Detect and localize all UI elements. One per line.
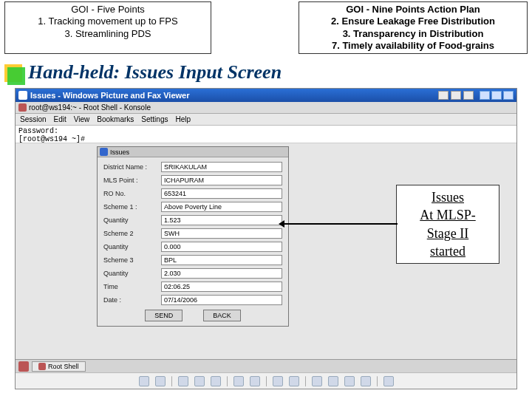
save-icon[interactable] <box>344 376 355 386</box>
rotate-ccw-icon[interactable] <box>273 376 283 386</box>
goi-five-points-box: GOI - Five Points 1. Tracking movement u… <box>4 1 211 54</box>
menu-bookmarks[interactable]: Bookmarks <box>97 115 134 123</box>
slideshow-icon[interactable] <box>211 376 221 386</box>
maximize-button[interactable] <box>491 91 502 100</box>
shell-icon <box>38 363 46 370</box>
kmenu-icon[interactable] <box>18 361 29 372</box>
konsole-titlebar: root@ws194:~ - Root Shell - Konsole <box>16 102 516 114</box>
separator-icon <box>377 376 378 386</box>
konsole-title-text: root@ws194:~ - Root Shell - Konsole <box>29 103 151 112</box>
arrow-icon <box>281 223 398 225</box>
menu-help[interactable]: Help <box>175 115 191 123</box>
text-line: 3. Transparency in Distribution <box>304 28 522 40</box>
actual-icon[interactable] <box>194 376 205 386</box>
input-scheme3[interactable]: BPL <box>161 255 282 265</box>
top-info-row: GOI - Five Points 1. Tracking movement u… <box>0 0 532 55</box>
issues-form-window: Issues District Name :SRIKAKULAM MLS Poi… <box>97 146 289 327</box>
label-rono: RO No. <box>103 190 161 197</box>
terminal-output: Password: [root@ws194 ~]# <box>16 126 516 143</box>
separator-icon <box>171 376 172 386</box>
label-time: Time <box>103 283 161 290</box>
tool-icon[interactable] <box>438 91 449 100</box>
bullet-icon <box>4 64 22 82</box>
zoomout-icon[interactable] <box>250 376 260 386</box>
separator-icon <box>227 376 228 386</box>
input-qty2[interactable]: 0.000 <box>161 242 282 252</box>
next-icon[interactable] <box>155 376 166 386</box>
label-qty1: Quantity <box>103 216 161 224</box>
form-icon <box>100 148 108 156</box>
input-time[interactable]: 02:06.25 <box>161 282 282 292</box>
input-scheme1[interactable]: Above Poverty Line <box>161 202 282 212</box>
input-mlspoint[interactable]: ICHAPURAM <box>161 175 282 185</box>
menu-settings[interactable]: Settings <box>141 115 168 123</box>
zoomin-icon[interactable] <box>233 376 244 386</box>
text-line: 7. Timely availability of Food-grains <box>304 40 522 52</box>
callout-box: Issues At MLSP- Stage II started <box>396 185 499 264</box>
label-qty2: Quantity <box>103 243 161 250</box>
separator-icon <box>266 376 267 386</box>
title-text: Hand-held: Issues Input Screen <box>28 61 282 83</box>
input-scheme2[interactable]: SWH <box>161 228 282 239</box>
menu-edit[interactable]: Edit <box>54 115 66 123</box>
terminal-line: [root@ws194 ~]# <box>18 135 514 143</box>
rotate-cw-icon[interactable] <box>289 376 299 386</box>
callout-line: started <box>401 242 494 260</box>
tool-icon[interactable] <box>463 91 474 100</box>
tool-icon[interactable] <box>451 91 461 100</box>
minimize-button[interactable] <box>480 91 490 100</box>
prev-icon[interactable] <box>139 376 149 386</box>
label-mlspoint: MLS Point : <box>103 177 161 184</box>
separator-icon <box>305 376 306 386</box>
send-button[interactable]: SEND <box>145 310 183 321</box>
kde-taskbar: Root Shell <box>16 359 516 372</box>
input-qty1[interactable]: 1.523 <box>161 215 282 225</box>
label-scheme1: Scheme 1 : <box>103 203 161 211</box>
input-district[interactable]: SRIKAKULAM <box>161 162 282 172</box>
text-line: 3. Streamlining PDS <box>10 28 206 40</box>
konsole-menubar: Session Edit View Bookmarks Settings Hel… <box>16 114 516 126</box>
open-icon[interactable] <box>361 376 371 386</box>
input-qty3[interactable]: 2.030 <box>161 268 282 279</box>
label-scheme2: Scheme 2 <box>103 230 161 237</box>
menu-session[interactable]: Session <box>20 115 47 123</box>
viewer-toolbar <box>16 372 516 389</box>
label-qty3: Quantity <box>103 270 161 277</box>
form-title-text: Issues <box>110 149 129 156</box>
taskbar-label: Root Shell <box>48 363 79 370</box>
input-date[interactable]: 07/14/2006 <box>161 295 282 305</box>
close-button[interactable] <box>503 91 514 100</box>
help-icon[interactable] <box>383 376 394 386</box>
viewer-titlebar: Issues - Windows Picture and Fax Viewer <box>16 89 516 102</box>
label-scheme3: Scheme 3 <box>103 256 161 264</box>
text-line: GOI - Five Points <box>10 4 206 16</box>
titlebar-text: Issues - Windows Picture and Fax Viewer <box>30 91 190 100</box>
app-icon <box>18 91 27 100</box>
callout-line: Issues <box>401 188 494 206</box>
label-date: Date : <box>103 296 161 304</box>
slide-title: Hand-held: Issues Input Screen <box>0 55 532 88</box>
text-line: GOI - Nine Points Action Plan <box>304 4 522 16</box>
form-body: District Name :SRIKAKULAM MLS Point :ICH… <box>98 157 288 326</box>
goi-nine-points-box: GOI - Nine Points Action Plan 2. Ensure … <box>299 1 528 54</box>
form-titlebar: Issues <box>98 147 288 157</box>
print-icon[interactable] <box>328 376 338 386</box>
text-line: 2. Ensure Leakage Free Distribution <box>304 16 522 27</box>
back-button[interactable]: BACK <box>203 310 241 321</box>
konsole-icon <box>18 103 27 112</box>
terminal-line: Password: <box>18 127 514 135</box>
bestfit-icon[interactable] <box>178 376 188 386</box>
titlebar-extra-icons <box>438 91 474 100</box>
menu-view[interactable]: View <box>74 115 90 123</box>
label-district: District Name : <box>103 163 161 171</box>
callout-line: At MLSP- <box>401 206 494 224</box>
delete-icon[interactable] <box>312 376 322 386</box>
text-line: 1. Tracking movement up to FPS <box>10 16 206 27</box>
callout-line: Stage II <box>401 225 494 242</box>
input-rono[interactable]: 653241 <box>161 188 282 199</box>
taskbar-rootshell[interactable]: Root Shell <box>32 361 86 372</box>
